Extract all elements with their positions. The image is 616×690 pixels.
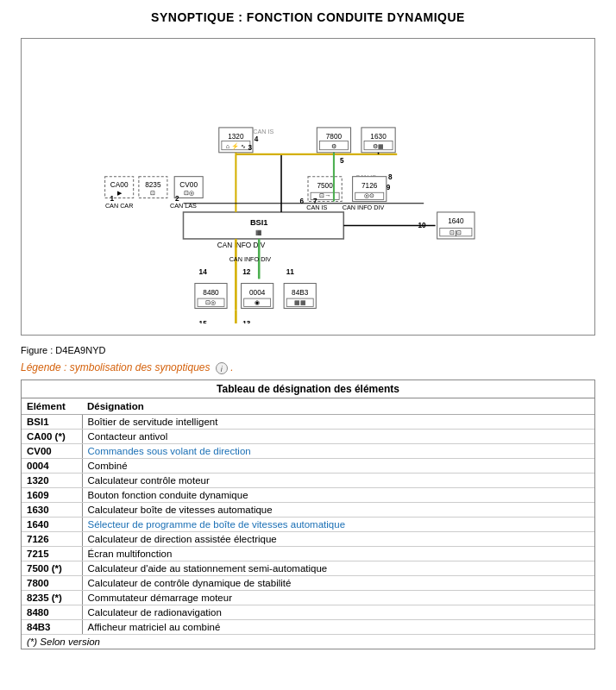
svg-text:3: 3 [248,144,253,152]
svg-text:8235: 8235 [145,181,161,189]
designation-cell: Bouton fonction conduite dynamique [82,487,594,502]
svg-text:BSI1: BSI1 [250,218,268,227]
element-cell: 1640 [22,517,82,531]
svg-text:⊡→: ⊡→ [319,191,330,199]
element-cell: 1609 [22,487,82,502]
legend-section: Légende : symbolisation des synoptiques … [0,358,616,380]
element-cell: 1320 [22,473,82,487]
designation-cell: Commutateur démarrage moteur [82,590,594,605]
table-row: 1630Calculateur boîte de vitesses automa… [22,502,594,517]
table-row: 1609Bouton fonction conduite dynamique [22,487,594,502]
diagram-container: BSI1 ▦ CAN INFO DIV 1320 ⌂ ⚡ ∿ CAN IS 4 … [21,38,595,336]
page-title: SYNOPTIQUE : FONCTION CONDUITE DYNAMIQUE [0,0,616,31]
table-row: CA00 (*)Contacteur antivol [22,429,594,443]
element-cell: 7126 [22,531,82,546]
svg-text:9: 9 [387,184,391,191]
element-cell: 8480 [22,605,82,619]
col-header-designation: Désignation [82,398,594,414]
table-row: 1640Sélecteur de programme de boîte de v… [22,517,594,531]
table-row: 7500 (*)Calculateur d'aide au stationnem… [22,561,594,575]
element-cell: CV00 [22,443,82,458]
svg-text:CAN INFO DIV: CAN INFO DIV [343,204,385,211]
element-cell: 84B3 [22,619,82,634]
svg-text:4: 4 [255,135,259,143]
designation-cell: Écran multifonction [82,546,594,561]
svg-text:▦: ▦ [255,229,262,236]
svg-text:13: 13 [242,320,251,323]
svg-text:8480: 8480 [203,289,219,297]
designation-cell: Sélecteur de programme de boîte de vites… [82,517,594,531]
svg-text:⌂ ⚡ ∿: ⌂ ⚡ ∿ [226,142,246,150]
svg-text:84B3: 84B3 [292,289,309,297]
svg-text:▦▦: ▦▦ [294,298,306,306]
legend-icon: i [216,362,228,374]
designation-cell: Calculateur boîte de vitesses automatiqu… [82,502,594,517]
element-cell: 7215 [22,546,82,561]
note-row: (*) Selon version [22,634,594,649]
svg-text:11: 11 [286,268,295,276]
designation-cell: Calculateur de radionavigation [82,605,594,619]
svg-text:CAN INFO DIV: CAN INFO DIV [229,255,272,263]
svg-text:7800: 7800 [326,133,343,141]
element-cell: BSI1 [22,414,82,429]
designation-cell: Calculateur de contrôle dynamique de sta… [82,575,594,590]
col-header-element: Elément [22,398,82,414]
table-row: 8480Calculateur de radionavigation [22,605,594,619]
figure-label: Figure : D4EA9NYD [0,342,616,358]
svg-text:1320: 1320 [228,133,244,141]
svg-text:CAN CAR: CAN CAR [105,202,133,210]
table-row: 7126Calculateur de direction assistée él… [22,531,594,546]
svg-text:8: 8 [388,173,393,181]
svg-text:15: 15 [199,320,208,323]
table-row: 0004Combiné [22,458,594,473]
svg-text:⊡: ⊡ [150,189,155,197]
svg-text:5: 5 [340,157,344,165]
diagram-svg: BSI1 ▦ CAN INFO DIV 1320 ⌂ ⚡ ∿ CAN IS 4 … [30,47,586,323]
svg-text:◎⊙: ◎⊙ [364,191,374,199]
table-main-header: Tableau de désignation des éléments [22,380,594,398]
svg-text:⚙▦: ⚙▦ [373,142,384,150]
designation-cell: Combiné [82,458,594,473]
svg-text:⊡◎: ⊡◎ [184,189,194,197]
element-cell: 0004 [22,458,82,473]
svg-text:7: 7 [313,198,317,205]
note-cell: (*) Selon version [22,634,594,649]
svg-text:1630: 1630 [370,133,387,141]
designation-table: Tableau de désignation des éléments Elém… [22,380,594,649]
table-row: 7215Écran multifonction [22,546,594,561]
svg-text:⊡|⊡: ⊡|⊡ [449,229,462,236]
svg-text:CV00: CV00 [179,181,198,189]
designation-cell: Contacteur antivol [82,429,594,443]
designation-cell: Boîtier de servitude intelligent [82,414,594,429]
svg-text:2: 2 [175,195,179,203]
svg-text:1: 1 [110,195,115,203]
table-row: 8235 (*)Commutateur démarrage moteur [22,590,594,605]
table-row: 7800Calculateur de contrôle dynamique de… [22,575,594,590]
designation-cell: Calculateur d'aide au stationnement semi… [82,561,594,575]
element-cell: CA00 (*) [22,429,82,443]
table-wrapper: Tableau de désignation des éléments Elém… [21,380,595,649]
designation-cell: Calculateur de direction assistée électr… [82,531,594,546]
svg-text:7500: 7500 [317,182,333,190]
svg-text:CA00: CA00 [110,181,129,189]
element-cell: 7800 [22,575,82,590]
designation-cell: Calculateur contrôle moteur [82,473,594,487]
svg-text:7126: 7126 [361,182,378,190]
element-cell: 1630 [22,502,82,517]
designation-cell: Commandes sous volant de direction [82,443,594,458]
element-cell: 8235 (*) [22,590,82,605]
svg-text:12: 12 [242,268,251,276]
svg-text:⚙: ⚙ [331,142,336,150]
table-row: CV00Commandes sous volant de direction [22,443,594,458]
svg-text:14: 14 [199,268,208,276]
svg-text:6: 6 [299,198,304,205]
svg-text:1640: 1640 [448,217,464,225]
designation-cell: Afficheur matriciel au combiné [82,619,594,634]
svg-text:CAN IS: CAN IS [253,128,273,135]
table-row: 1320Calculateur contrôle moteur [22,473,594,487]
svg-text:⊡◎: ⊡◎ [205,298,216,306]
table-row: 84B3Afficheur matriciel au combiné [22,619,594,634]
svg-text:0004: 0004 [249,289,266,297]
element-cell: 7500 (*) [22,561,82,575]
svg-text:◉: ◉ [255,298,260,306]
